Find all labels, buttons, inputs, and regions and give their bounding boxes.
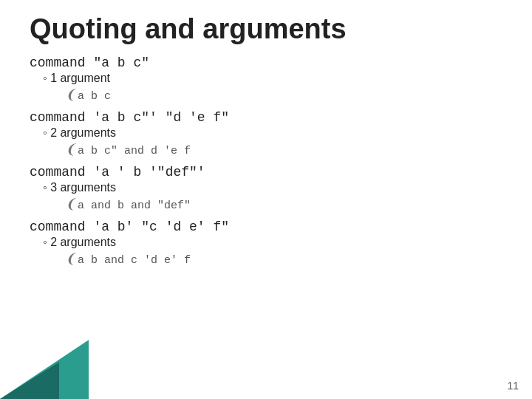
bullet-1: 1 argument <box>43 72 502 85</box>
result-text-4: a b and c 'd e' f <box>78 254 191 267</box>
command-line-1: command "a b c" <box>30 55 502 70</box>
slide: Quoting and arguments command "a b c" 1 … <box>0 0 532 399</box>
bullet-3: 3 arguments <box>43 181 502 194</box>
result-2: ❨a b c" and d 'e f <box>65 141 502 157</box>
slide-content: Quoting and arguments command "a b c" 1 … <box>0 0 532 289</box>
slide-title: Quoting and arguments <box>30 13 502 45</box>
brace-icon-4: ❨ <box>65 251 76 266</box>
result-text-1: a b c <box>78 90 111 103</box>
command-line-4: command 'a b' "c 'd e' f" <box>30 219 502 234</box>
result-4: ❨a b and c 'd e' f <box>65 250 502 267</box>
brace-icon-2: ❨ <box>65 142 76 157</box>
brace-icon-3: ❨ <box>65 197 76 211</box>
deco-triangle-inner <box>0 362 59 399</box>
section-2: command 'a b c"' "d 'e f" 2 arguments ❨a… <box>30 110 502 157</box>
bullet-2: 2 arguments <box>43 126 502 140</box>
result-1: ❨a b c <box>65 86 502 103</box>
result-text-3: a and b and "def" <box>78 200 191 212</box>
bullet-4: 2 arguments <box>43 236 502 249</box>
brace-icon-1: ❨ <box>65 87 76 102</box>
command-line-2: command 'a b c"' "d 'e f" <box>30 110 502 125</box>
section-1: command "a b c" 1 argument ❨a b c <box>30 55 502 103</box>
section-4: command 'a b' "c 'd e' f" 2 arguments ❨a… <box>30 219 502 267</box>
section-3: command 'a ' b '"def"' 3 arguments ❨a an… <box>30 165 502 212</box>
page-number: 11 <box>507 380 519 392</box>
command-line-3: command 'a ' b '"def"' <box>30 165 502 180</box>
result-text-2: a b c" and d 'e f <box>78 145 191 157</box>
result-3: ❨a and b and "def" <box>65 196 502 212</box>
